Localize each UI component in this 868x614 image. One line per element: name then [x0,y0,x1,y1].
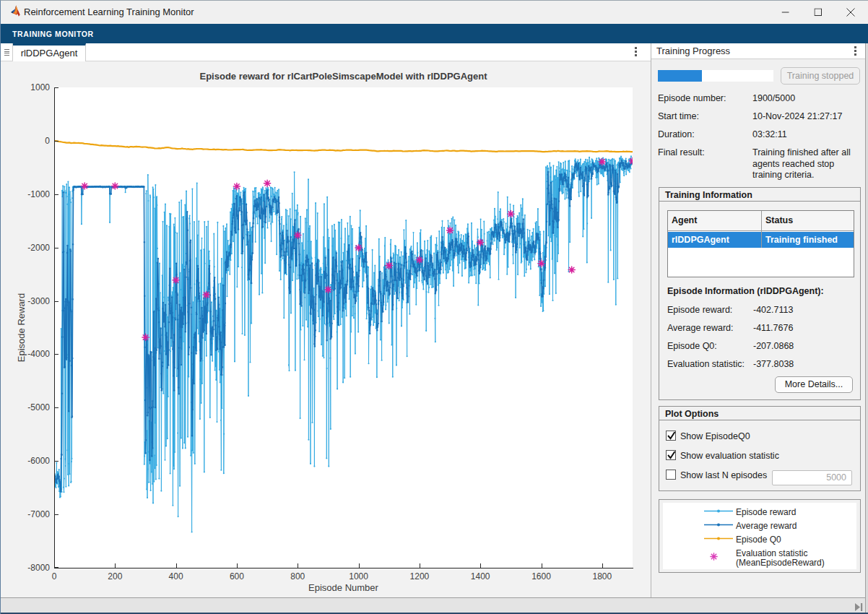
document-tab-strip: rlDDPGAgent [1,43,651,61]
episode-number-label: Episode number: [658,93,726,103]
training-information-title: Training Information [665,190,752,200]
training-information-panel: Training Information Agent Status rlDDPG… [659,187,861,400]
checkmark-icon [666,430,677,442]
evaluation-statistic-value: -377.8038 [753,359,794,369]
x-tick [298,563,298,568]
divider [659,201,860,202]
tab-grip-icon[interactable] [1,43,13,61]
app-window: Reinforcement Learning Training Monitor … [0,0,868,614]
last-n-episodes-input[interactable]: 5000 [772,470,852,485]
legend-label: Episode reward [736,508,796,517]
y-tick [54,514,58,515]
checkbox-checked[interactable] [666,431,676,441]
x-tick [542,563,542,568]
legend-label: Evaluation statistic(MeanEpisodeReward) [736,549,825,568]
title-bar: Reinforcement Learning Training Monitor [1,1,868,24]
legend-panel: Episode reward Average reward Episode Q0… [659,499,861,573]
y-tick [54,248,58,248]
legend-entry-average-reward: Average reward [663,522,856,532]
checkbox-unchecked[interactable] [666,470,676,480]
start-time-label: Start time: [658,111,699,121]
x-tick [237,563,238,568]
episode-reward-label: Episode reward: [667,305,732,315]
column-header-agent: Agent [672,211,697,230]
more-details-button[interactable]: More Details... [775,376,853,393]
status-bar [1,597,868,613]
x-tick-label: 1200 [398,572,441,581]
y-tick [54,354,58,355]
window-title: Reinforcement Learning Training Monitor [24,1,194,24]
x-tick-label: 1600 [520,572,563,581]
panel-header: Training Progress [651,43,868,59]
checkmark-icon [666,449,677,462]
episode-q0-line [54,141,633,152]
tab-rlddpgagent[interactable]: rlDDPGAgent [13,43,86,61]
final-result-label: Final result: [658,147,705,157]
legend-entry-evaluation-statistic: Evaluation statistic(MeanEpisodeReward) [663,549,856,569]
x-tick [602,563,603,568]
reward-chart [54,87,633,568]
legend-entry-episode-q0: Episode Q0 [663,535,856,545]
minimize-button[interactable] [769,1,802,24]
episode-reward-value: -402.7113 [753,305,793,315]
close-button[interactable] [834,1,867,24]
x-tick [115,563,116,568]
training-stopped-button[interactable]: Training stopped [781,67,860,85]
y-tick-label: 0 [1,137,50,145]
x-tick [176,563,177,568]
checkbox-checked[interactable] [666,450,676,460]
close-icon [846,8,855,17]
final-result-value: Training finished after all agents reach… [752,147,862,181]
tab-training-monitor[interactable]: TRAINING MONITOR [12,24,94,43]
agent-cell: rlDDPGAgent [672,232,729,248]
episode-q0-value: -207.0868 [753,341,794,351]
x-tick [54,563,55,568]
training-progress-bar [658,70,773,82]
episode-q0-label: Episode Q0: [667,341,717,351]
progress-bar-fill [658,70,702,82]
matlab-logo-icon [11,4,20,17]
y-tick [54,141,58,142]
column-header-status: Status [765,211,793,230]
y-tick-label: -7000 [1,510,50,519]
legend-entry-episode-reward: Episode reward [663,508,856,518]
x-tick-label: 1400 [459,572,502,581]
y-tick [54,407,58,408]
episode-reward-line [54,156,633,532]
x-tick-label: 0 [32,572,76,581]
maximize-icon [814,9,822,17]
plot-title: Episode reward for rlCartPoleSimscapeMod… [54,71,633,82]
skip-to-end-icon[interactable] [854,602,864,612]
x-tick [420,563,420,568]
x-tick-label: 600 [215,572,259,581]
window-right-border [865,43,868,613]
y-tick-label: -8000 [1,563,50,572]
x-tick-label: 400 [155,572,198,581]
plot-axes[interactable] [54,87,633,568]
x-tick [359,563,360,568]
plot-options-panel: Plot Options Show EpisodeQ0 Show evaluat… [659,406,861,491]
x-axis-spine [54,568,633,568]
duration-value: 03:32:11 [752,129,862,141]
evaluation-statistic-label: Evaluation statistic: [667,359,745,369]
x-tick [480,563,481,568]
agent-status-table[interactable]: Agent Status rlDDPGAgent Training finish… [667,210,854,277]
x-axis-label: Episode Number [54,582,633,593]
document-actions-icon[interactable] [635,47,637,57]
y-tick-label: 1000 [1,83,50,92]
plot-options-title: Plot Options [665,409,719,419]
y-tick [54,461,58,462]
x-tick-label: 200 [93,572,136,581]
legend-line-episode-reward-icon [704,508,733,514]
star-glyph [710,553,717,560]
average-reward-label: Average reward: [667,323,734,333]
start-time-value: 10-Nov-2024 21:27:17 [752,111,862,123]
divider [659,420,860,420]
maximize-button[interactable] [802,1,834,24]
legend-label: Average reward [736,522,797,531]
checkbox-label: Show last N episodes [680,470,767,480]
panel-actions-icon[interactable] [854,46,856,56]
column-divider [761,211,762,248]
legend-star-icon [709,552,719,561]
toolstrip-ribbon: TRAINING MONITOR [1,24,868,43]
